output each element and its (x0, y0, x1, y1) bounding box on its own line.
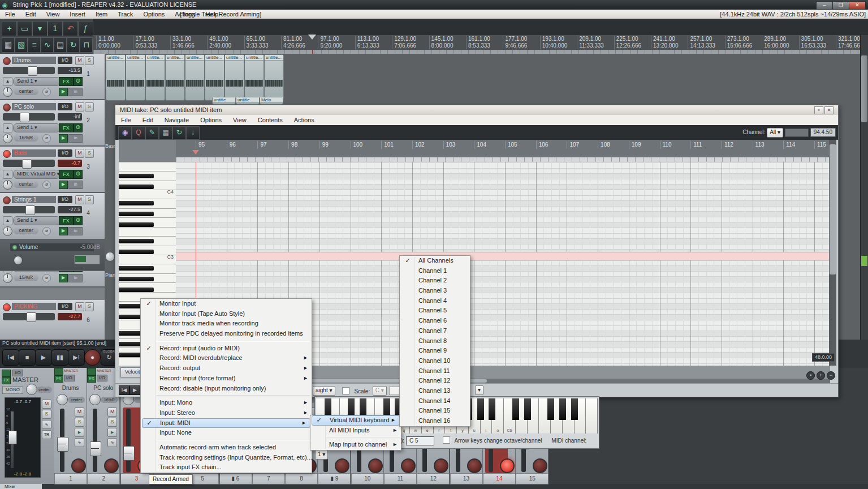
strip-number[interactable]: 12 (417, 473, 450, 484)
fx-power-button[interactable]: ⏼ (74, 216, 83, 225)
menu-item[interactable]: Channel 1 (400, 266, 470, 276)
midi-vscroll-thumb[interactable] (830, 144, 836, 274)
new-project-icon[interactable]: + (2, 21, 17, 36)
menu-item[interactable]: Channel 14 (400, 396, 470, 406)
track-panel-drums[interactable]: Drums I/O M S -13.5 ▲ Send 1 ▾ FX ⏼ cent… (0, 54, 105, 100)
track-name[interactable]: Drums (12, 57, 56, 64)
center-note-value[interactable]: C 5 (406, 436, 434, 445)
phase-button[interactable]: ø (42, 227, 51, 235)
midi-editor-close-icon[interactable]: ✕ (824, 106, 834, 114)
lane-add-button[interactable]: + (817, 371, 825, 380)
monitor-button[interactable]: ▶ (59, 88, 68, 96)
envelope-icon[interactable]: ∿ (41, 37, 54, 53)
master-fx-button[interactable]: FX (2, 377, 11, 384)
media-item[interactable]: untitle... (224, 54, 244, 101)
black-key[interactable] (119, 212, 154, 216)
master-pan-knob[interactable] (26, 384, 37, 395)
vertical-scrollbar[interactable] (860, 35, 868, 340)
track-panel-picking[interactable]: PICKING I/O M S -27.76 (0, 300, 105, 341)
media-item[interactable]: untitle... (126, 54, 145, 101)
midi-menu-file[interactable]: File (115, 117, 137, 123)
vkb-black-key[interactable] (571, 398, 578, 420)
menu-item[interactable]: Channel 6 (400, 316, 470, 326)
grid-dots-icon[interactable]: ▦ (159, 126, 172, 140)
mute-button[interactable]: M (75, 102, 84, 111)
phase-button[interactable]: ø (42, 274, 51, 282)
media-item[interactable]: untitle... (145, 54, 165, 101)
quantize-icon[interactable]: Q (132, 126, 145, 140)
filter-icon[interactable]: ◉ (118, 126, 132, 140)
strip-pan-knob[interactable] (57, 394, 68, 405)
black-key[interactable] (119, 201, 154, 205)
menu-item[interactable]: Track input FX chain... (141, 462, 312, 473)
env-button[interactable]: ▲ (3, 77, 12, 86)
midi-vscrollbar[interactable] (829, 140, 836, 366)
menu-item[interactable]: Channel 11 (400, 366, 470, 376)
record-arm-button[interactable] (3, 104, 11, 111)
master-strip[interactable]: I/O FX MASTER MONO center -0.7 -0.7 1266… (0, 368, 54, 484)
vkb-black-key[interactable] (547, 398, 554, 420)
black-key[interactable] (119, 222, 154, 227)
fx-button[interactable]: FX (59, 123, 74, 132)
menu-item[interactable]: Channel 9 (400, 346, 470, 356)
strip-solo[interactable]: S (107, 418, 117, 427)
record-arm-button[interactable] (3, 57, 11, 65)
open-project-icon[interactable]: ▭ (17, 21, 32, 36)
input-button[interactable]: in (68, 274, 83, 282)
strip-fx-button[interactable]: FX (87, 375, 96, 383)
menu-item[interactable]: Channel 4 (400, 296, 470, 306)
track-name[interactable]: Strings 1 (12, 196, 56, 203)
strip-record-arm[interactable] (467, 458, 482, 473)
strip-fx-button[interactable]: FX (54, 375, 63, 383)
send-dropdown[interactable]: Send 1 ▾ (13, 216, 61, 225)
master-mute[interactable]: M (42, 400, 51, 409)
lock-icon[interactable]: ⊓ (80, 37, 93, 53)
track-panel-strings-1[interactable]: Strings 1 I/O M S -27.5 ▲ Send 1 ▾ FX ⏼ … (0, 193, 105, 240)
scale-checkbox[interactable] (342, 387, 349, 394)
pause-button[interactable]: ▮▮ (51, 349, 68, 366)
media-item[interactable]: untitle... (205, 54, 224, 101)
dock-pin-icon[interactable]: ⌖ (814, 106, 823, 114)
menu-item[interactable]: Item (90, 11, 113, 18)
env-button[interactable]: ▲ (3, 216, 12, 225)
volume-fader[interactable] (3, 113, 55, 121)
media-item[interactable]: Melo (260, 97, 283, 105)
close-button[interactable]: ✕ (849, 1, 866, 10)
strip-record-arm[interactable] (434, 458, 448, 473)
strip-record-arm[interactable] (401, 458, 416, 473)
media-item[interactable]: untitle... (264, 54, 284, 101)
env-button[interactable]: ▲ (3, 123, 12, 132)
send-dropdown[interactable]: Send 1 ▾ (13, 77, 61, 86)
forward-button[interactable]: ▶I (68, 349, 85, 366)
send-dropdown[interactable]: Send 1 ▾ (13, 123, 61, 132)
menu-insert[interactable]: Insert (64, 11, 90, 18)
midi-edit-cursor-marker[interactable] (192, 150, 199, 155)
strip-env[interactable]: ∿ (107, 438, 117, 447)
volume-fader[interactable] (3, 160, 55, 167)
midi-rewind-button[interactable]: I◀ (119, 385, 129, 395)
midi-menu-edit[interactable]: Edit (137, 117, 159, 123)
master-io-button[interactable]: I/O (12, 370, 23, 376)
strip-number[interactable]: 8 (285, 473, 318, 484)
filter-box[interactable] (785, 128, 809, 137)
menu-item[interactable]: Channel 7 (400, 326, 470, 336)
channel-dropdown[interactable]: All ▾ (767, 128, 783, 138)
menu-item[interactable]: Channel 13 (400, 386, 470, 396)
media-item[interactable]: untitle (236, 97, 260, 105)
menu-item[interactable]: ✓Input: MIDI► (142, 418, 310, 428)
redo-icon[interactable]: ƒ (78, 21, 93, 36)
black-key[interactable] (119, 185, 154, 189)
master-power-icon[interactable] (2, 370, 11, 377)
io-button[interactable]: I/O (58, 57, 72, 64)
group-icon[interactable]: ▤ (54, 37, 67, 53)
menu-item[interactable]: ✓Virtual MIDI keyboard► (312, 415, 400, 426)
draw-icon[interactable]: ✎ (145, 126, 159, 140)
strip-mute[interactable]: M (75, 408, 84, 417)
io-button[interactable]: I/O (58, 103, 72, 110)
menu-item[interactable]: Map input to channel► (310, 440, 401, 450)
stop-button[interactable]: ■ (19, 349, 36, 366)
strip-number[interactable]: 14 (483, 473, 516, 484)
grid-dropdown[interactable]: aight ▾ (313, 386, 335, 396)
arrow-keys-checkbox[interactable] (443, 436, 450, 444)
pan-knob[interactable] (3, 226, 12, 236)
